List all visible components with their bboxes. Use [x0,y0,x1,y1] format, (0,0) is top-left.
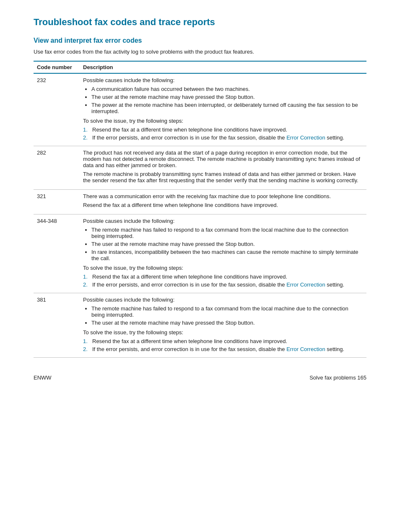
page-title: Troubleshoot fax codes and trace reports [34,17,366,28]
step-text: Resend the fax at a different time when … [92,127,287,133]
col-header-code: Code number [34,61,80,73]
list-item: The remote machine has failed to respond… [91,305,363,318]
causes-intro: Possible causes include the following: [83,218,363,224]
causes-intro: Possible causes include the following: [83,297,363,303]
causes-list: A communication failure has occurred bet… [91,86,363,114]
causes-list: The remote machine has failed to respond… [91,227,363,261]
step-text: If the error persists, and error correct… [92,346,344,352]
section-title: View and interpret fax error codes [34,37,366,44]
list-item: In rare instances, incompatibility betwe… [91,249,363,261]
table-row-code: 282 [34,146,80,190]
list-item: The remote machine has failed to respond… [91,227,363,239]
table-row-code: 381 [34,293,80,358]
table-row-desc: Possible causes include the following:Th… [80,293,366,358]
list-item: 1.Resend the fax at a different time whe… [83,127,363,133]
step-text: If the error persists, and error correct… [92,134,344,141]
list-item: The user at the remote machine may have … [91,94,363,100]
step-number: 1. [83,338,92,344]
causes-intro: Possible causes include the following: [83,77,363,83]
desc-paragraph: Resend the fax at a different time when … [83,202,363,208]
list-item: The power at the remote machine has been… [91,102,363,114]
list-item: The user at the remote machine may have … [91,241,363,247]
step-number: 2. [83,281,92,288]
error-correction-link[interactable]: Error Correction [286,281,325,288]
list-item: 2.If the error persists, and error corre… [83,346,363,352]
steps-intro: To solve the issue, try the following st… [83,118,363,124]
steps-intro: To solve the issue, try the following st… [83,329,363,336]
desc-paragraph: There was a communication error with the… [83,193,363,199]
steps-list: 1.Resend the fax at a different time whe… [83,274,363,288]
step-number: 2. [83,134,92,141]
list-item: A communication failure has occurred bet… [91,86,363,92]
table-row-desc: The product has not received any data at… [80,146,366,190]
footer-left: ENWW [34,374,52,381]
error-correction-link[interactable]: Error Correction [286,346,325,352]
intro-text: Use fax error codes from the fax activit… [34,49,366,55]
list-item: 2.If the error persists, and error corre… [83,134,363,141]
step-text: If the error persists, and error correct… [92,281,344,288]
table-row-desc: Possible causes include the following:Th… [80,214,366,293]
steps-list: 1.Resend the fax at a different time whe… [83,338,363,352]
list-item: 1.Resend the fax at a different time whe… [83,274,363,280]
step-text: Resend the fax at a different time when … [92,274,287,280]
list-item: 2.If the error persists, and error corre… [83,281,363,288]
step-number: 1. [83,127,92,133]
steps-intro: To solve the issue, try the following st… [83,265,363,271]
table-row-code: 321 [34,190,80,214]
fax-table: Code number Description 232Possible caus… [34,61,366,358]
causes-list: The remote machine has failed to respond… [91,305,363,326]
table-row-desc: Possible causes include the following:A … [80,73,366,146]
desc-paragraph: The product has not received any data at… [83,150,363,168]
list-item: The user at the remote machine may have … [91,320,363,326]
table-row-code: 344-348 [34,214,80,293]
steps-list: 1.Resend the fax at a different time whe… [83,127,363,141]
col-header-desc: Description [80,61,366,73]
list-item: 1.Resend the fax at a different time whe… [83,338,363,344]
footer-right: Solve fax problems 165 [309,374,366,381]
desc-paragraph: The remote machine is probably transmitt… [83,171,363,183]
step-number: 1. [83,274,92,280]
step-number: 2. [83,346,92,352]
step-text: Resend the fax at a different time when … [92,338,287,344]
table-row-desc: There was a communication error with the… [80,190,366,214]
error-correction-link[interactable]: Error Correction [286,134,325,141]
table-row-code: 232 [34,73,80,146]
footer: ENWW Solve fax problems 165 [34,374,366,381]
